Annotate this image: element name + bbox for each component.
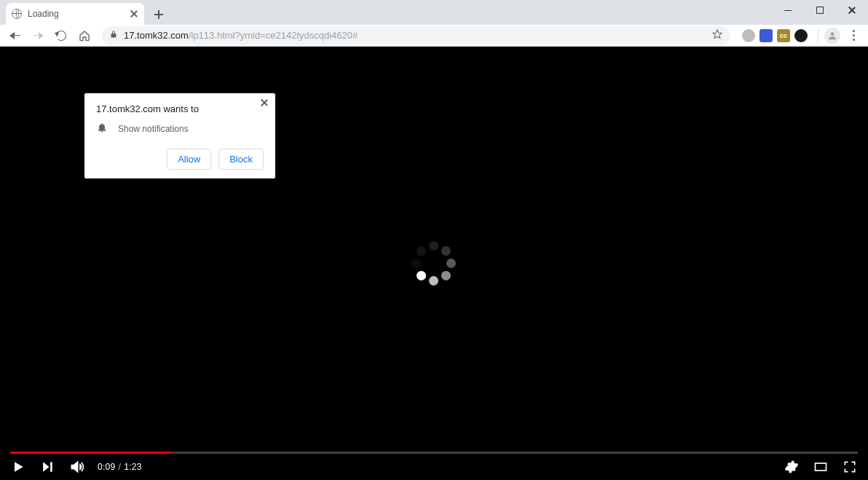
- reload-button[interactable]: [51, 25, 71, 46]
- volume-button[interactable]: [68, 459, 84, 475]
- popup-close-icon[interactable]: [259, 98, 269, 108]
- svg-rect-0: [816, 463, 826, 471]
- fullscreen-button[interactable]: [842, 459, 858, 475]
- nav-forward-button[interactable]: [28, 25, 48, 46]
- spinner-dot: [417, 246, 426, 256]
- globe-icon: [12, 9, 22, 19]
- tab-title: Loading: [28, 9, 124, 19]
- toolbar-separator: [818, 29, 818, 42]
- window-maximize-button[interactable]: [804, 0, 836, 20]
- tab-close-icon[interactable]: [130, 9, 138, 18]
- extension-icons: cc: [742, 29, 808, 42]
- play-button[interactable]: [10, 459, 26, 475]
- extension-icon-1[interactable]: [760, 29, 773, 42]
- nav-back-button[interactable]: [4, 25, 25, 46]
- window-controls: [772, 0, 868, 25]
- theater-mode-button[interactable]: [813, 459, 829, 475]
- browser-menu-button[interactable]: [843, 25, 864, 46]
- popup-line: Show notifications: [118, 124, 189, 134]
- video-controls: 0:09/1:23: [0, 454, 868, 480]
- home-button[interactable]: [74, 25, 95, 46]
- spinner-dot: [441, 246, 451, 256]
- spinner-dot: [441, 270, 451, 280]
- bell-icon: [96, 122, 108, 135]
- profile-avatar[interactable]: [824, 28, 840, 44]
- bookmark-star-icon[interactable]: [711, 28, 723, 42]
- url-text: 17.tomk32.com/lp113.html?ymid=ce2142tyds…: [124, 30, 706, 41]
- notification-permission-popup: 17.tomk32.com wants to Show notification…: [84, 93, 275, 178]
- page-content: 17.tomk32.com wants to Show notification…: [0, 47, 868, 480]
- lock-icon: [109, 29, 118, 42]
- reload-icon: [56, 31, 66, 41]
- settings-button[interactable]: [784, 459, 800, 475]
- extension-icon-0[interactable]: [742, 29, 755, 42]
- allow-button[interactable]: Allow: [167, 149, 211, 170]
- video-time: 0:09/1:23: [98, 462, 142, 472]
- spinner-dot: [429, 276, 438, 286]
- loading-spinner: [409, 238, 459, 289]
- block-button[interactable]: Block: [218, 149, 264, 170]
- popup-title: 17.tomk32.com wants to: [96, 103, 264, 114]
- new-tab-button[interactable]: [149, 4, 169, 25]
- next-button[interactable]: [39, 459, 55, 475]
- window-minimize-button[interactable]: [772, 0, 804, 20]
- spinner-dot: [446, 259, 456, 268]
- browser-tab[interactable]: Loading: [6, 3, 144, 25]
- spinner-dot: [411, 259, 421, 268]
- spinner-dot: [429, 241, 438, 251]
- spinner-dot: [417, 270, 426, 280]
- extension-icon-2[interactable]: cc: [777, 29, 790, 42]
- address-bar[interactable]: 17.tomk32.com/lp113.html?ymid=ce2142tyds…: [102, 26, 730, 45]
- person-icon: [827, 31, 837, 41]
- titlebar: Loading: [0, 0, 868, 25]
- window-close-button[interactable]: [836, 0, 868, 20]
- extension-icon-3[interactable]: [794, 29, 808, 42]
- toolbar: 17.tomk32.com/lp113.html?ymid=ce2142tyds…: [0, 25, 868, 47]
- home-icon: [79, 30, 90, 42]
